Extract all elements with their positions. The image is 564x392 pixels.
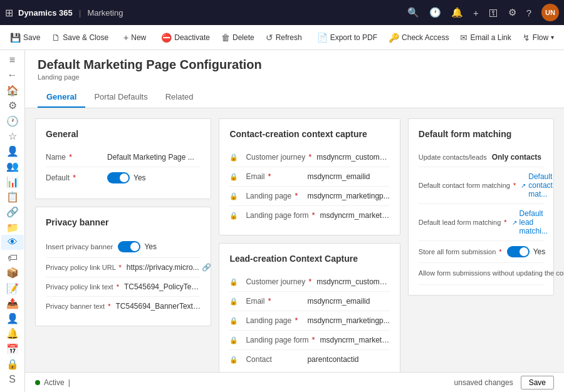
dlfm-req: * [504, 219, 506, 226]
lead-contact-value[interactable]: parentcontactid [307, 355, 389, 364]
delete-button[interactable]: 🗑 Delete [216, 30, 259, 45]
flow-dropdown-icon[interactable]: ▾ [551, 34, 554, 41]
default-lead-form-value[interactable]: ↗ Default lead matchi... [512, 209, 548, 235]
url-external-icon[interactable]: 🔗 [202, 263, 211, 272]
sidebar-accounts-icon[interactable]: 👥 [1, 159, 24, 174]
more-button[interactable]: ••• [560, 31, 564, 44]
default-toggle-track[interactable] [107, 172, 130, 183]
sidebar-tags-icon[interactable]: 🏷 [1, 250, 24, 265]
refresh-button[interactable]: ↺ Refresh [261, 30, 307, 45]
tab-general[interactable]: General [38, 87, 85, 108]
tab-portal-defaults[interactable]: Portal Defaults [85, 87, 156, 108]
bottom-save-button[interactable]: Save [521, 376, 554, 389]
sidebar-export-icon[interactable]: 📤 [1, 296, 24, 311]
new-button[interactable]: + New [118, 30, 151, 45]
settings-icon[interactable]: ⚙ [508, 7, 516, 18]
contact-lpform-value[interactable]: msdyncrm_marketingf... [320, 211, 390, 220]
store-form-track[interactable] [507, 246, 530, 257]
top-bar-actions: 🔍 🕐 🔔 + ⚿ ⚙ ? UN [407, 4, 559, 21]
lead-journey-value[interactable]: msdyncrm_customerjo... [316, 277, 390, 286]
privacy-url-value[interactable]: https://privacy.micro... [127, 263, 199, 272]
contact-journey-value[interactable]: msdyncrm_customerjo... [316, 153, 390, 162]
save-button[interactable]: 💾 Save [5, 30, 45, 45]
advanced-find-icon[interactable]: ⚿ [489, 8, 498, 18]
notifications-icon[interactable]: 🔔 [451, 7, 463, 18]
sidebar-notes-icon[interactable]: 📝 [1, 281, 24, 296]
sidebar-relationships-icon[interactable]: 🔗 [1, 205, 24, 220]
sidebar-home-icon[interactable]: 🏠 [1, 83, 24, 98]
dynamics-title: Dynamics 365 [18, 8, 73, 18]
name-value[interactable]: Default Marketing Page ... [107, 153, 201, 162]
sidebar-contacts-icon[interactable]: 👤 [1, 144, 24, 159]
contact-landing-value[interactable]: msdyncrm_marketingp... [307, 192, 389, 200]
sidebar-user-initial-icon[interactable]: S [1, 372, 24, 387]
privacy-banner-text-value[interactable]: TC545694_BannerText_TjO [116, 302, 201, 311]
bottom-status-bar: Active | unsaved changes Save [25, 372, 564, 392]
insert-privacy-toggle[interactable]: Yes [118, 241, 157, 252]
search-icon[interactable]: 🔍 [407, 7, 419, 18]
privacy-url-row: Privacy policy link URL * https://privac… [46, 258, 201, 277]
sidebar-users-icon[interactable]: 👤 [1, 311, 24, 326]
name-field-row: Name * Default Marketing Page ... [46, 148, 201, 167]
default-contact-form-row: Default contact form matching * ↗ Defaul… [419, 167, 543, 204]
lead-lpform-row: 🔒 Landing page form * msdyncrm_marketing… [229, 331, 389, 350]
insert-privacy-label: Insert privacy banner [46, 243, 113, 250]
ext-link-icon-1: ↗ [521, 182, 526, 189]
sidebar-back-icon[interactable]: ← [1, 68, 24, 83]
delete-icon: 🗑 [221, 33, 230, 43]
sidebar-activities-icon[interactable]: 📋 [1, 189, 24, 204]
insert-privacy-track[interactable] [118, 241, 140, 252]
sidebar-dashboards-icon[interactable]: 📊 [1, 174, 24, 189]
email-icon: ✉ [460, 33, 467, 43]
lead-landing-value[interactable]: msdyncrm_marketingp... [307, 316, 389, 325]
default-contact-form-value[interactable]: ↗ Default contact mat... [521, 172, 553, 199]
sidebar-security-icon[interactable]: 🔒 [1, 356, 24, 371]
refresh-icon: ↺ [266, 33, 273, 43]
store-form-toggle[interactable]: Yes [507, 246, 546, 257]
store-form-thumb [520, 247, 528, 256]
app-launcher-icon[interactable]: ⊞ [5, 7, 13, 19]
ext-link-icon-2: ↗ [512, 219, 517, 226]
store-form-row: Store all form submission * Yes [419, 241, 543, 263]
contact-creation-card: Contact-creation context capture 🔒 Custo… [219, 118, 400, 235]
deactivate-button[interactable]: ⛔ Deactivate [156, 30, 215, 45]
sidebar-active-icon[interactable]: 👁 [1, 235, 24, 250]
status-text: Active [44, 378, 65, 387]
default-form-title: Default form matching [419, 129, 543, 139]
privacy-banner-card: Privacy banner Insert privacy banner Yes [35, 207, 211, 326]
lead-contact-label: Contact [246, 355, 302, 364]
privacy-url-label: Privacy policy link URL * [46, 264, 122, 271]
user-avatar[interactable]: UN [541, 4, 559, 21]
llp-req: * [295, 316, 298, 325]
insert-privacy-thumb [130, 242, 139, 251]
sidebar-alerts-icon[interactable]: 🔔 [1, 326, 24, 341]
pipe-separator: | [79, 8, 81, 18]
default-toggle-label: Yes [133, 173, 146, 182]
contact-email-value[interactable]: msdyncrm_emailid [307, 172, 389, 181]
sidebar-calendar-icon[interactable]: 📅 [1, 341, 24, 356]
save-close-button[interactable]: 🗋 Save & Close [46, 30, 113, 45]
tab-related[interactable]: Related [157, 87, 202, 108]
lead-lpform-label: Landing page form * [246, 336, 315, 344]
privacy-link-text-value[interactable]: TC545694_PolicyText_Rng [124, 282, 201, 291]
default-toggle[interactable]: Yes [107, 172, 146, 183]
bottom-right-actions: unsaved changes Save [454, 376, 554, 389]
check-access-button[interactable]: 🔑 Check Access [384, 30, 454, 45]
page-title: Default Marketing Page Configuration [38, 58, 551, 72]
name-required: * [69, 153, 72, 162]
email-link-button[interactable]: ✉ Email a Link [455, 30, 516, 45]
flow-button[interactable]: ↯ Flow ▾ [518, 30, 559, 45]
sidebar-favorites-icon[interactable]: ☆ [1, 128, 24, 143]
export-pdf-button[interactable]: 📄 Export to PDF [312, 30, 382, 45]
lead-lpform-value[interactable]: msdyncrm_marketingf... [320, 336, 390, 344]
sidebar-packages-icon[interactable]: 📦 [1, 266, 24, 281]
recent-icon[interactable]: 🕐 [429, 7, 441, 18]
sidebar-menu-icon[interactable]: ≡ [1, 53, 24, 68]
sidebar-recent-icon[interactable]: 🕐 [1, 113, 24, 128]
right-column: Default form matching Update contacts/le… [408, 118, 554, 296]
help-icon[interactable]: ? [526, 8, 531, 18]
create-icon[interactable]: + [473, 8, 479, 18]
sidebar-files-icon[interactable]: 📁 [1, 220, 24, 235]
sidebar-settings-icon[interactable]: ⚙ [1, 98, 24, 113]
lead-email-value[interactable]: msdyncrm_emailid [307, 297, 389, 306]
